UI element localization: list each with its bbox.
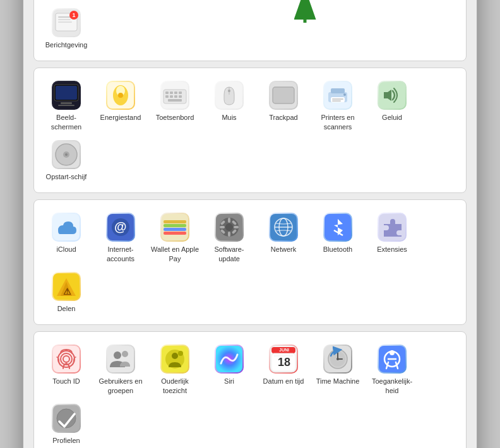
- icon-label-delen: Delen: [57, 304, 76, 313]
- svg-rect-100: [234, 226, 239, 228]
- svg-point-55: [118, 93, 123, 98]
- icon-time: [323, 345, 352, 374]
- svg-rect-71: [273, 87, 294, 103]
- icon-label-bluetooth: Bluetooth: [323, 245, 352, 254]
- svg-rect-66: [168, 99, 182, 102]
- icon-label-software: Software-update: [205, 245, 254, 263]
- icon-item-spotlight[interactable]: Spotlight: [365, 0, 419, 3]
- icon-item-bureaublad[interactable]: Bureaublad en schermbeveiliging: [93, 0, 148, 3]
- svg-rect-50: [61, 102, 72, 104]
- icon-wallet: [160, 213, 189, 242]
- icon-label-ouderlijk: Ouderlijk toezicht: [150, 377, 199, 395]
- icon-item-beeld[interactable]: Beeld-schermen: [39, 76, 93, 135]
- icon-label-trackpad: Trackpad: [269, 113, 297, 122]
- svg-rect-91: [164, 224, 186, 227]
- svg-text:18: 18: [278, 356, 290, 368]
- icon-item-taal[interactable]: Taal en regio: [256, 0, 311, 3]
- icon-item-delen[interactable]: ⚠ Delen: [39, 267, 93, 317]
- icon-label-internet: Internet-accounts: [96, 245, 145, 263]
- svg-rect-61: [179, 91, 182, 94]
- icon-internet: @: [106, 213, 135, 242]
- icon-label-berichtgeving: Berichtgeving: [45, 40, 88, 49]
- svg-rect-63: [170, 95, 173, 98]
- icon-label-time: Time Machine: [316, 377, 360, 386]
- svg-rect-59: [170, 91, 173, 94]
- svg-rect-93: [164, 232, 186, 235]
- svg-rect-45: [58, 21, 72, 23]
- icon-printers: [323, 81, 352, 110]
- icon-label-opstart: Opstart-schijf: [46, 172, 87, 181]
- icon-extensies: [378, 213, 407, 242]
- icon-item-time[interactable]: Time Machine: [311, 339, 365, 399]
- icon-item-profielen[interactable]: Profielen: [39, 399, 93, 448]
- icon-label-extensies: Extensies: [377, 245, 407, 254]
- icon-item-netwerk[interactable]: Netwerk: [256, 208, 311, 267]
- svg-rect-97: [228, 218, 230, 223]
- icon-item-ouderlijk[interactable]: Ouderlijk toezicht: [148, 339, 202, 399]
- icon-energie: [106, 81, 135, 110]
- icon-item-toets[interactable]: Toetsenbord: [148, 76, 202, 135]
- icon-label-gebruikers: Gebruikers en groepen: [96, 377, 145, 395]
- icon-item-toegankelijk[interactable]: Toegankelijk-heid: [365, 339, 419, 399]
- svg-point-120: [122, 351, 128, 357]
- icon-geluid: [378, 81, 407, 110]
- svg-rect-92: [164, 228, 186, 231]
- icon-datum: JUNI 18: [269, 345, 298, 374]
- svg-rect-44: [58, 19, 71, 20]
- icon-item-trackpad[interactable]: Trackpad: [256, 76, 311, 135]
- icon-label-beeld: Beeld-schermen: [42, 113, 91, 131]
- icon-item-extensies[interactable]: Extensies: [365, 208, 419, 267]
- icon-label-siri: Siri: [224, 377, 234, 386]
- icon-gebruikers: [106, 345, 135, 374]
- icon-label-geluid: Geluid: [382, 113, 402, 122]
- icon-item-touchid[interactable]: Touch ID: [39, 339, 93, 399]
- icon-item-software[interactable]: Software-update: [202, 208, 256, 267]
- icon-item-berichtgeving[interactable]: 1 Berichtgeving: [39, 3, 93, 53]
- icon-item-bluetooth[interactable]: Bluetooth: [311, 208, 365, 267]
- icon-item-datum[interactable]: JUNI 18 Datum en tijd: [256, 339, 311, 399]
- section-4-grid: Touch ID Gebruikers en groepen: [39, 339, 461, 448]
- icon-item-opstart[interactable]: Opstart-schijf: [39, 135, 93, 185]
- icon-muis: [215, 81, 244, 110]
- svg-rect-62: [165, 95, 169, 98]
- icon-item-internet[interactable]: @ Internet-accounts: [93, 208, 148, 267]
- svg-rect-76: [332, 98, 343, 100]
- icon-label-profielen: Profielen: [52, 436, 80, 445]
- svg-point-123: [172, 353, 178, 359]
- icon-beeld: [52, 81, 81, 110]
- icon-item-muis[interactable]: Muis: [202, 76, 256, 135]
- icon-label-datum: Datum en tijd: [263, 377, 304, 386]
- section-1-grid: File New O Algemeen: [39, 0, 461, 53]
- svg-rect-79: [379, 82, 405, 109]
- icon-item-geluid[interactable]: Geluid: [365, 76, 419, 135]
- svg-point-83: [65, 153, 68, 156]
- icon-label-netwerk: Netwerk: [271, 245, 296, 254]
- icon-item-gebruikers[interactable]: Gebruikers en groepen: [93, 339, 148, 399]
- icon-item-beveiliging[interactable]: Beveiliging en privacy: [311, 0, 365, 3]
- svg-rect-118: [107, 346, 134, 372]
- svg-text:⚠: ⚠: [63, 286, 71, 297]
- section-1-wrapper: File New O Algemeen: [33, 0, 467, 61]
- icon-item-icloud[interactable]: iCloud: [39, 208, 93, 267]
- icon-label-icloud: iCloud: [56, 245, 76, 254]
- svg-rect-49: [56, 86, 77, 100]
- icon-trackpad: [269, 81, 298, 110]
- icon-item-energie[interactable]: Energiestand: [93, 76, 148, 135]
- svg-rect-65: [179, 95, 182, 98]
- svg-rect-98: [228, 232, 230, 237]
- icon-item-siri[interactable]: Siri: [202, 339, 256, 399]
- svg-point-69: [228, 90, 230, 92]
- section-1: File New O Algemeen: [33, 0, 467, 61]
- icon-toegankelijk: [378, 345, 407, 374]
- section-4: Touch ID Gebruikers en groepen: [33, 331, 467, 448]
- icon-item-dock[interactable]: Dock: [148, 0, 202, 3]
- icon-item-printers[interactable]: Printers en scanners: [311, 76, 365, 135]
- icon-label-touchid: Touch ID: [52, 377, 80, 386]
- svg-rect-99: [220, 226, 225, 228]
- icon-item-mission[interactable]: Mission Control: [202, 0, 256, 3]
- svg-rect-90: [164, 220, 186, 223]
- icon-berichtgeving: 1: [52, 8, 81, 37]
- icon-netwerk: [269, 213, 298, 242]
- svg-point-96: [225, 223, 233, 231]
- icon-item-wallet[interactable]: Wallet en Apple Pay: [148, 208, 202, 267]
